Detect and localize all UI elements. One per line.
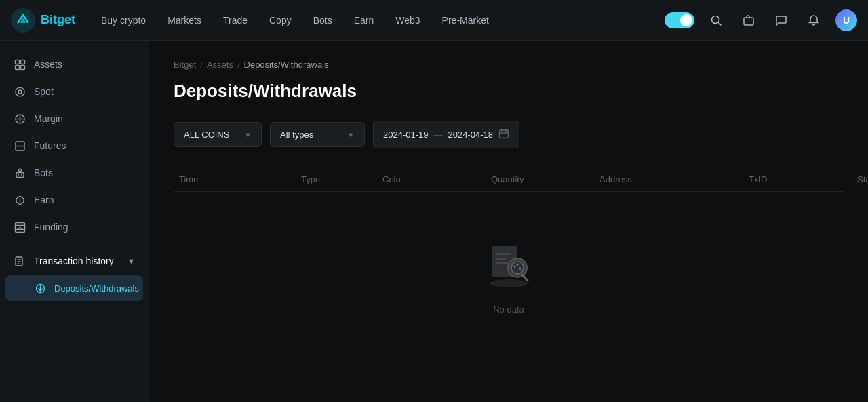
earn-icon [14, 194, 26, 206]
svg-rect-16 [16, 172, 24, 177]
logo-text: Bitget [41, 13, 75, 27]
transaction-history-icon [14, 255, 26, 267]
nav-item-web3[interactable]: Web3 [386, 9, 429, 31]
theme-toggle[interactable] [665, 12, 694, 28]
svg-rect-7 [20, 65, 24, 69]
notifications-button[interactable] [803, 9, 825, 31]
coin-filter-arrow: ▼ [244, 131, 252, 139]
svg-point-43 [517, 264, 519, 266]
portfolio-icon [743, 14, 755, 26]
col-time: Time [174, 174, 296, 184]
messages-button[interactable] [770, 9, 792, 31]
svg-point-19 [21, 174, 22, 176]
no-data-illustration [478, 233, 539, 294]
date-from: 2024-01-19 [383, 129, 429, 140]
svg-rect-36 [496, 253, 511, 255]
date-to: 2024-04-18 [448, 129, 494, 140]
sidebar-sub-item-deposits-withdrawals[interactable]: Deposits/Withdrawals [5, 275, 143, 301]
calendar-icon [498, 128, 509, 141]
section-left: Transaction history [14, 255, 114, 267]
svg-rect-4 [15, 60, 19, 64]
svg-point-34 [490, 279, 528, 287]
date-range-filter[interactable]: 2024-01-19 — 2024-04-18 [373, 121, 519, 148]
svg-rect-6 [15, 65, 19, 69]
nav-item-copy[interactable]: Copy [260, 9, 301, 31]
bots-icon [14, 167, 26, 179]
nav-item-bots[interactable]: Bots [304, 9, 342, 31]
svg-rect-23 [15, 225, 24, 232]
breadcrumb-bitget[interactable]: Bitget [174, 60, 196, 70]
svg-point-8 [16, 87, 24, 96]
type-filter[interactable]: All types ▼ [270, 122, 365, 147]
sidebar-item-bots-label: Bots [34, 167, 53, 178]
sidebar-item-earn[interactable]: Earn [5, 187, 143, 213]
breadcrumb-sep-1: / [200, 60, 203, 70]
search-button[interactable] [705, 9, 727, 31]
spot-icon [14, 85, 26, 98]
sidebar-item-assets[interactable]: Assets [5, 52, 143, 77]
main-content: Bitget / Assets / Deposits/Withdrawals D… [149, 41, 868, 402]
page-title: Deposits/Withdrawals [174, 81, 844, 102]
logo[interactable]: Bitget [11, 8, 75, 33]
svg-point-44 [519, 268, 521, 270]
no-data-container: No data [174, 192, 844, 342]
funding-icon [14, 221, 26, 233]
no-data-text: No data [493, 304, 524, 315]
type-filter-arrow: ▼ [347, 131, 355, 139]
type-filter-label: All types [280, 129, 342, 140]
col-status: Status [852, 174, 868, 184]
svg-point-15 [18, 169, 21, 172]
sidebar-item-margin-label: Margin [34, 113, 63, 124]
nav-item-earn[interactable]: Earn [344, 9, 384, 31]
svg-rect-3 [744, 18, 753, 25]
svg-rect-37 [496, 258, 507, 260]
coin-filter[interactable]: ALL COINS ▼ [174, 122, 262, 147]
assets-icon [14, 58, 26, 71]
nav-item-buy-crypto[interactable]: Buy crypto [92, 9, 155, 31]
portfolio-button[interactable] [738, 9, 760, 31]
deposits-withdrawals-label: Deposits/Withdrawals [54, 283, 139, 294]
col-type: Type [296, 174, 377, 184]
filters-row: ALL COINS ▼ All types ▼ 2024-01-19 — 202… [174, 121, 844, 148]
date-separator: — [434, 129, 443, 140]
svg-line-41 [522, 275, 528, 281]
svg-line-2 [719, 22, 722, 25]
deposits-icon [34, 282, 46, 294]
breadcrumb-sep-2: / [237, 60, 240, 70]
table-header: Time Type Coin Quantity Address TxID Sta… [174, 167, 844, 192]
user-avatar[interactable]: U [835, 9, 857, 31]
svg-rect-22 [15, 222, 24, 229]
svg-rect-5 [20, 60, 24, 64]
margin-icon [14, 113, 26, 125]
sidebar-item-futures-label: Futures [34, 140, 66, 151]
futures-icon [14, 140, 26, 152]
nav-item-trade[interactable]: Trade [214, 9, 257, 31]
nav-icons: U [665, 9, 857, 31]
svg-point-9 [18, 90, 22, 94]
nav-item-markets[interactable]: Markets [158, 9, 211, 31]
svg-point-42 [514, 266, 516, 268]
nav-items: Buy crypto Markets Trade Copy Bots Earn … [92, 9, 665, 31]
sidebar-item-spot[interactable]: Spot [5, 79, 143, 104]
col-address: Address [594, 174, 743, 184]
sidebar-item-earn-label: Earn [34, 195, 54, 205]
transaction-history-label: Transaction history [34, 256, 114, 266]
messages-icon [775, 14, 787, 26]
svg-rect-38 [496, 262, 509, 264]
sidebar-item-assets-label: Assets [34, 59, 62, 70]
svg-rect-30 [500, 130, 509, 138]
sidebar-section-transaction-history[interactable]: Transaction history ▼ [5, 248, 143, 274]
breadcrumb-assets[interactable]: Assets [207, 60, 233, 70]
col-quantity: Quantity [486, 174, 594, 184]
sidebar-item-funding[interactable]: Funding [5, 214, 143, 240]
sidebar-item-spot-label: Spot [34, 86, 54, 97]
sidebar-item-bots[interactable]: Bots [5, 160, 143, 186]
search-icon [710, 14, 722, 26]
breadcrumb: Bitget / Assets / Deposits/Withdrawals [174, 60, 844, 70]
nav-item-pre-market[interactable]: Pre-Market [433, 9, 498, 31]
sidebar-item-margin[interactable]: Margin [5, 106, 143, 132]
col-txid: TxID [743, 174, 852, 184]
sidebar-item-futures[interactable]: Futures [5, 133, 143, 159]
sidebar: Assets Spot Margin [0, 41, 149, 402]
coin-filter-label: ALL COINS [184, 129, 239, 140]
